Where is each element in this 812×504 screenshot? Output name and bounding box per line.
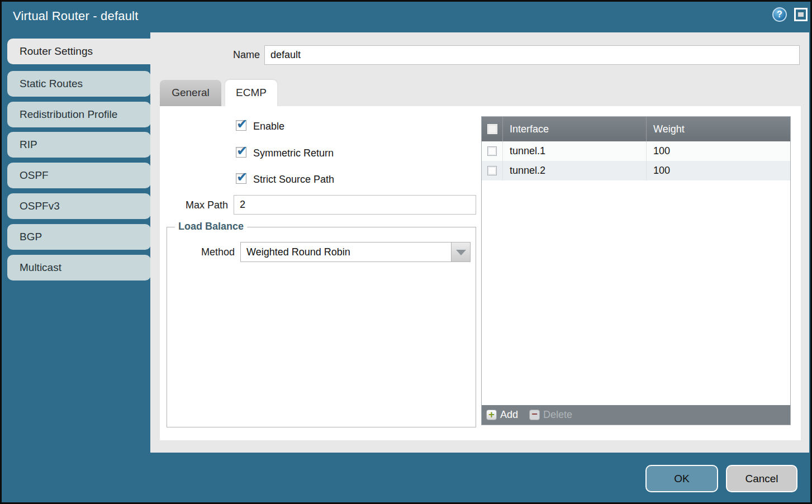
delete-button-label: Delete [543,409,572,421]
row-checkbox[interactable] [487,146,497,156]
strict-source-path-checkbox[interactable]: ✔ [236,173,246,184]
ecmp-interface-table: Interface Weight tunnel.1 100 tunnel.2 1… [481,116,791,425]
checkmark-icon: ✔ [236,169,248,185]
tab-ecmp[interactable]: ECMP [225,80,277,109]
delete-button[interactable]: − Delete [529,409,572,421]
sidebar-item-rip[interactable]: RIP [7,132,151,158]
help-icon[interactable]: ? [772,7,787,22]
cancel-button[interactable]: Cancel [726,465,797,492]
sidebar-item-static-routes[interactable]: Static Routes [7,71,151,97]
cell-weight[interactable]: 100 [646,141,790,161]
sidebar-item-multicast[interactable]: Multicast [7,255,151,280]
table-row[interactable]: tunnel.1 100 [482,141,790,161]
checkmark-icon: ✔ [236,116,248,132]
sidebar-item-label: Redistribution Profile [20,108,117,120]
row-checkbox[interactable] [487,166,497,175]
tab-label: General [172,87,210,98]
maximize-icon-inner [798,12,804,17]
table-header-row: Interface Weight [482,117,790,141]
tab-label: ECMP [236,87,267,98]
max-path-input[interactable] [234,195,476,215]
method-dropdown[interactable]: Weighted Round Robin [240,242,471,262]
column-header-interface[interactable]: Interface [502,117,646,141]
enable-label: Enable [253,121,284,132]
sidebar-item-ospfv3[interactable]: OSPFv3 [7,193,151,219]
symmetric-return-checkbox[interactable]: ✔ [236,147,246,158]
sidebar-item-bgp[interactable]: BGP [7,224,151,250]
method-dropdown-value: Weighted Round Robin [246,243,350,261]
tab-general[interactable]: General [160,80,221,106]
sidebar-item-label: Static Routes [20,78,83,89]
sidebar-item-router-settings[interactable]: Router Settings [7,39,156,64]
header-checkbox-cell [482,117,502,141]
table-row[interactable]: tunnel.2 100 [482,161,790,180]
name-input[interactable] [264,45,800,65]
column-header-weight[interactable]: Weight [646,117,790,141]
ok-button[interactable]: OK [645,465,718,492]
method-label: Method [167,246,235,258]
load-balance-legend: Load Balance [175,221,247,232]
dialog-title: Virtual Router - default [13,9,139,23]
sidebar-item-label: Router Settings [20,45,93,57]
maximize-icon[interactable] [794,8,808,21]
load-balance-fieldset: Load Balance Method Weighted Round Robin [167,227,476,427]
symmetric-return-label: Symmetric Return [253,148,334,159]
select-all-checkbox[interactable] [487,124,497,134]
enable-checkbox[interactable]: ✔ [236,120,246,131]
sidebar-item-label: BGP [20,231,42,243]
row-checkbox-cell [482,141,502,161]
table-footer-toolbar: + Add − Delete [482,405,790,425]
sidebar-item-label: RIP [20,139,37,150]
add-button[interactable]: + Add [486,409,529,421]
minus-icon: − [529,410,540,420]
plus-icon: + [486,410,497,420]
dropdown-arrow-button[interactable] [451,243,470,261]
main-panel: Name General ECMP ✔ Enable ✔ Symmetric R… [150,32,809,453]
strict-source-path-label: Strict Source Path [253,174,334,185]
cell-interface[interactable]: tunnel.2 [502,161,646,180]
cell-weight[interactable]: 100 [646,161,790,180]
row-checkbox-cell [482,161,502,180]
sidebar-item-label: OSPF [20,169,49,181]
sidebar-item-label: Multicast [20,261,61,273]
name-label: Name [195,49,260,61]
ecmp-tab-panel: ✔ Enable ✔ Symmetric Return ✔ Strict Sou… [160,106,801,440]
sidebar-item-label: OSPFv3 [20,200,60,212]
add-button-label: Add [500,409,518,421]
sidebar-item-ospf[interactable]: OSPF [7,163,151,188]
cell-interface[interactable]: tunnel.1 [502,141,646,161]
sidebar-item-redistribution-profile[interactable]: Redistribution Profile [7,102,151,127]
virtual-router-dialog: Virtual Router - default ? Router Settin… [0,0,812,504]
max-path-label: Max Path [160,199,228,211]
chevron-down-icon [456,250,466,255]
checkmark-icon: ✔ [236,143,248,159]
